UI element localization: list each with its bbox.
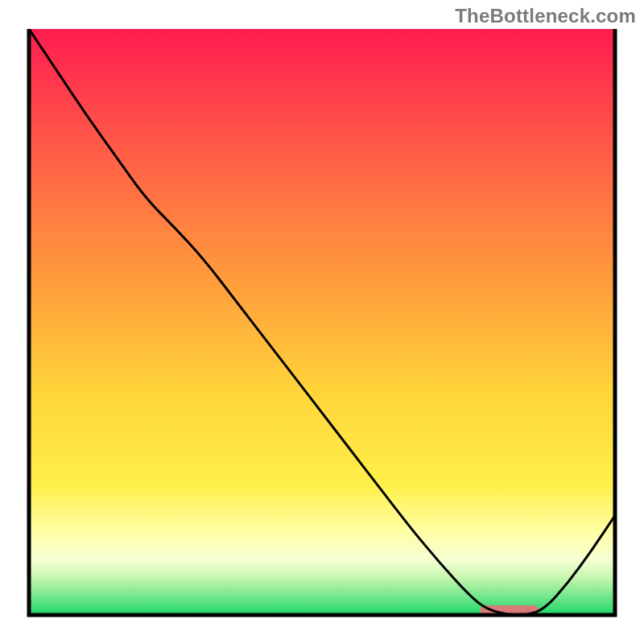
chart-background [29, 29, 615, 615]
watermark-text: TheBottleneck.com [455, 5, 636, 27]
bottleneck-chart [0, 0, 644, 644]
chart-stage: TheBottleneck.com [0, 0, 644, 644]
